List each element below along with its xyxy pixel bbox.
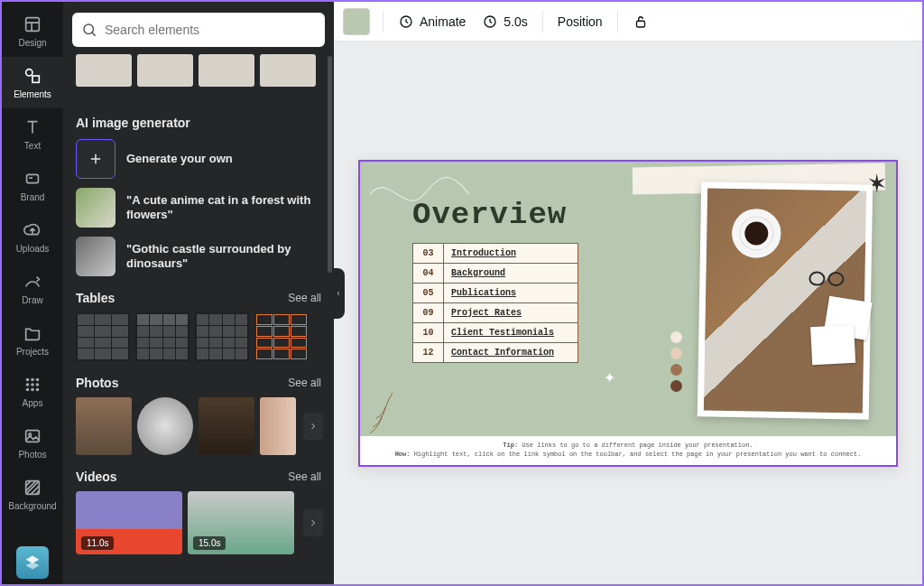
rail-item-design[interactable]: Design <box>2 5 63 57</box>
rail-item-projects[interactable]: Projects <box>2 314 63 366</box>
polaroid-frame[interactable] <box>698 181 873 419</box>
plus-thumb <box>76 139 116 179</box>
ai-item-label: "Gothic castle surrounded by dinosaurs" <box>126 242 321 272</box>
svg-rect-19 <box>636 21 644 27</box>
ai-prompt-castle[interactable]: "Gothic castle surrounded by dinosaurs" <box>76 237 321 276</box>
polaroid-image <box>704 188 866 413</box>
ai-item-label: "A cute anime cat in a forest with flowe… <box>126 193 321 223</box>
search-input[interactable] <box>105 23 316 37</box>
toc-row[interactable]: 05Publications <box>413 284 578 303</box>
photo-thumb[interactable] <box>260 397 296 455</box>
svg-rect-2 <box>32 76 39 82</box>
rail-item-brand[interactable]: Brand <box>2 160 63 211</box>
position-button[interactable]: Position <box>556 11 605 33</box>
toc-link[interactable]: Contact Information <box>444 343 578 362</box>
coffee-cup-decoration <box>732 208 781 257</box>
toc-link[interactable]: Introduction <box>444 244 578 263</box>
slide[interactable]: ✶ Overview 03Introduction 04Background 0… <box>358 160 898 467</box>
recent-thumb[interactable] <box>260 54 316 87</box>
tables-title: Tables <box>76 291 115 305</box>
rail-bottom-app[interactable] <box>16 546 49 579</box>
toc-link[interactable]: Client Testimonials <box>444 323 578 342</box>
svg-rect-3 <box>27 174 39 182</box>
table-template[interactable] <box>135 312 189 361</box>
position-label: Position <box>558 14 603 29</box>
table-template[interactable] <box>76 312 130 361</box>
glasses-decoration <box>808 271 848 286</box>
tip-text: Use links to go to a different page insi… <box>522 442 753 449</box>
rail-label: Draw <box>22 295 42 305</box>
photos-seeall[interactable]: See all <box>288 377 321 389</box>
panel-scrollbar[interactable] <box>328 56 332 273</box>
animate-button[interactable]: Animate <box>396 10 467 33</box>
svg-point-7 <box>26 383 30 386</box>
rail-item-apps[interactable]: Apps <box>2 366 63 417</box>
palette-dot <box>670 364 682 376</box>
rail-item-draw[interactable]: Draw <box>2 263 63 314</box>
panel-collapse-handle[interactable] <box>332 268 345 319</box>
ai-prompt-cat[interactable]: "A cute anime cat in a forest with flowe… <box>76 188 321 228</box>
hatch-icon <box>23 478 42 498</box>
video-thumb[interactable]: 15.0s <box>188 491 294 554</box>
toc-link[interactable]: Background <box>444 264 578 283</box>
duration-button[interactable]: 5.0s <box>480 10 529 33</box>
slide-title[interactable]: Overview <box>412 198 567 232</box>
videos-next[interactable] <box>303 509 323 536</box>
leaf-decoration <box>365 384 420 438</box>
toc-row[interactable]: 03Introduction <box>413 244 578 264</box>
plus-icon <box>88 151 104 167</box>
videos-row: 11.0s 15.0s <box>76 491 321 554</box>
ai-section-title: AI image generator <box>76 116 321 130</box>
toc-row[interactable]: 04Background <box>413 264 578 284</box>
ai-thumb <box>76 188 116 228</box>
layout-icon <box>23 14 42 34</box>
ai-thumb <box>76 237 116 276</box>
table-template[interactable] <box>254 312 309 361</box>
left-rail: Design Elements Text Brand Uploads Draw … <box>2 2 63 584</box>
search-input-wrap[interactable] <box>72 13 325 47</box>
photo-thumb[interactable] <box>199 397 254 455</box>
rail-item-background[interactable]: Background <box>2 469 63 520</box>
svg-point-4 <box>26 378 30 382</box>
recent-thumbs <box>63 54 334 94</box>
rail-label: Text <box>24 141 41 151</box>
rail-item-photos[interactable]: Photos <box>2 417 63 469</box>
toc-row[interactable]: 09Project Rates <box>413 303 578 323</box>
photo-thumb[interactable] <box>137 397 193 455</box>
lock-button[interactable] <box>631 10 651 33</box>
recent-thumb[interactable] <box>137 54 193 87</box>
toc-row[interactable]: 10Client Testimonials <box>413 323 578 343</box>
duration-label: 5.0s <box>504 14 527 29</box>
separator <box>617 11 618 33</box>
chevron-right-icon <box>308 517 319 528</box>
rail-label: Brand <box>21 192 45 202</box>
rail-item-uploads[interactable]: Uploads <box>2 211 63 263</box>
shapes-icon <box>23 66 42 86</box>
videos-title: Videos <box>76 470 117 484</box>
rail-item-text[interactable]: Text <box>2 108 63 160</box>
svg-rect-13 <box>26 431 40 442</box>
table-template[interactable] <box>195 312 249 361</box>
image-icon <box>23 426 42 446</box>
tables-seeall[interactable]: See all <box>288 292 321 304</box>
slide-footer: Tip: Use links to go to a different page… <box>360 436 896 465</box>
video-thumb[interactable]: 11.0s <box>76 491 182 554</box>
toc-row[interactable]: 12Contact Information <box>413 343 578 362</box>
recent-thumb[interactable] <box>76 54 132 87</box>
toc-num: 10 <box>413 323 444 342</box>
rail-item-elements[interactable]: Elements <box>2 57 63 108</box>
toc-num: 05 <box>413 284 444 302</box>
color-swatch[interactable] <box>343 8 370 35</box>
toc-link[interactable]: Publications <box>444 284 578 302</box>
search-icon <box>81 22 97 38</box>
ai-generate-own[interactable]: Generate your own <box>76 139 321 179</box>
toc-table[interactable]: 03Introduction 04Background 05Publicatio… <box>412 243 578 363</box>
photos-next[interactable] <box>303 413 323 440</box>
separator <box>383 11 383 33</box>
toc-link[interactable]: Project Rates <box>444 303 578 322</box>
recent-thumb[interactable] <box>199 54 254 87</box>
clock-icon <box>482 14 498 30</box>
videos-seeall[interactable]: See all <box>288 470 321 483</box>
canvas-wrap[interactable]: ✶ Overview 03Introduction 04Background 0… <box>334 42 922 584</box>
photo-thumb[interactable] <box>76 397 132 455</box>
